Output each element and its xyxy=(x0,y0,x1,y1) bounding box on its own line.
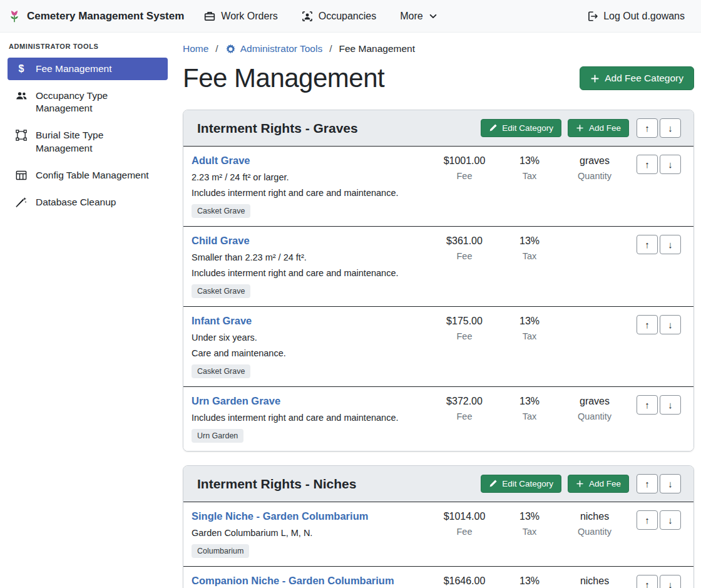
sidebar-item-config-table-management[interactable]: Config Table Management xyxy=(8,164,168,187)
fee-row: Single Niche - Garden Columbarium Garden… xyxy=(183,502,693,566)
fee-name-link[interactable]: Child Grave xyxy=(192,235,250,247)
fee-amount-col: $175.00 Fee xyxy=(432,314,497,378)
logout-button[interactable]: Log Out d.gowans xyxy=(586,11,685,22)
fee-amount: $1646.00 xyxy=(432,575,497,587)
fee-amount-label: Fee xyxy=(432,251,497,261)
move-fee-up-button[interactable]: ↑ xyxy=(637,235,658,254)
admin-tools-sidebar: Administrator Tools $ Fee Management Occ… xyxy=(0,33,175,588)
add-fee-category-button[interactable]: Add Fee Category xyxy=(580,66,694,90)
fee-amount: $1001.00 xyxy=(432,155,497,167)
fee-list: Adult Grave 2.23 m² / 24 ft² or larger.I… xyxy=(183,147,693,451)
fee-name-link[interactable]: Urn Garden Grave xyxy=(192,395,280,407)
sidebar-item-burial-site-type-management[interactable]: Burial Site Type Management xyxy=(8,124,168,159)
fee-amount-col: $1646.00 Fee xyxy=(432,574,497,588)
plus-icon xyxy=(590,74,600,83)
fee-tax-col: 13% Tax xyxy=(497,153,562,218)
work-orders-icon xyxy=(204,11,215,22)
nav-more[interactable]: More xyxy=(400,11,437,22)
gear-icon xyxy=(225,44,236,54)
edit-category-button[interactable]: Edit Category xyxy=(481,475,561,493)
fee-quantity-label: Quantity xyxy=(562,411,627,421)
add-fee-button[interactable]: Add Fee xyxy=(568,475,629,493)
fee-descriptions: Includes interment right and care and ma… xyxy=(192,413,427,423)
fee-name-link[interactable]: Adult Grave xyxy=(192,155,250,167)
primary-nav: Work Orders Occupancies More xyxy=(204,11,437,22)
nav-work-orders[interactable]: Work Orders xyxy=(204,11,277,22)
fee-name-link[interactable]: Single Niche - Garden Columbarium xyxy=(192,510,368,522)
nav-occupancies[interactable]: Occupancies xyxy=(302,11,377,22)
fee-tax-label: Tax xyxy=(497,331,562,341)
move-category-up-button[interactable]: ↑ xyxy=(637,474,658,493)
fee-amount-col: $1014.00 Fee xyxy=(432,509,497,558)
app-brand[interactable]: Cemetery Management System xyxy=(8,9,184,23)
main-content: Home / Administrator Tools / Fee Managem… xyxy=(175,33,701,588)
breadcrumb-current: Fee Management xyxy=(339,43,416,54)
sidebar-item-occupancy-type-management[interactable]: Occupancy Type Management xyxy=(8,85,168,120)
edit-category-label: Edit Category xyxy=(502,479,553,488)
fee-info: Infant Grave Under six years.Care and ma… xyxy=(192,314,432,378)
move-fee-down-button[interactable]: ↓ xyxy=(660,575,681,588)
move-category-down-button[interactable]: ↓ xyxy=(660,474,681,493)
fee-list: Single Niche - Garden Columbarium Garden… xyxy=(183,502,693,588)
fee-amount-col: $1001.00 Fee xyxy=(432,153,497,218)
fee-quantity-col: graves Quantity xyxy=(562,394,627,443)
move-fee-up-button[interactable]: ↑ xyxy=(637,575,658,588)
fee-tag: Casket Grave xyxy=(192,204,250,218)
move-category-down-button[interactable]: ↓ xyxy=(660,118,681,138)
move-fee-down-button[interactable]: ↓ xyxy=(660,510,681,530)
move-fee-down-button[interactable]: ↓ xyxy=(660,155,681,174)
fee-reorder-controls: ↑ ↓ xyxy=(627,314,681,378)
sidebar-item-label: Config Table Management xyxy=(36,169,149,182)
move-fee-up-button[interactable]: ↑ xyxy=(637,155,658,174)
category-reorder-controls: ↑ ↓ xyxy=(637,474,681,493)
sidebar-item-label: Occupancy Type Management xyxy=(36,90,161,115)
logout-label: Log Out d.gowans xyxy=(603,11,685,22)
fee-reorder-controls: ↑ ↓ xyxy=(627,153,681,218)
move-fee-down-button[interactable]: ↓ xyxy=(660,395,681,415)
category-title: Interment Rights - Graves xyxy=(197,121,474,136)
breadcrumb-admin-tools-link[interactable]: Administrator Tools xyxy=(225,43,323,54)
move-fee-up-button[interactable]: ↑ xyxy=(637,510,658,530)
fee-name-link[interactable]: Companion Niche - Garden Columbarium xyxy=(192,575,394,587)
fee-description: Under six years. xyxy=(192,333,427,343)
fee-tax-label: Tax xyxy=(497,411,562,421)
sidebar-item-label: Database Cleanup xyxy=(36,196,116,209)
occupancies-icon xyxy=(302,11,313,22)
fee-amount-label: Fee xyxy=(432,331,497,341)
sidebar-item-fee-management[interactable]: $ Fee Management xyxy=(8,58,168,80)
page-title: Fee Management xyxy=(183,63,384,93)
fee-info: Child Grave Smaller than 2.23 m² / 24 ft… xyxy=(192,234,432,298)
flower-logo-icon xyxy=(8,9,21,23)
move-fee-down-button[interactable]: ↓ xyxy=(660,315,681,334)
fee-amount-col: $372.00 Fee xyxy=(432,394,497,443)
edit-category-button[interactable]: Edit Category xyxy=(481,119,561,137)
sidebar-item-database-cleanup[interactable]: Database Cleanup xyxy=(8,191,168,214)
fee-description: Includes interment right and care and ma… xyxy=(192,188,427,198)
fee-tax: 13% xyxy=(497,155,562,167)
fee-tax-label: Tax xyxy=(497,527,562,537)
nav-occupancies-label: Occupancies xyxy=(319,11,377,22)
fee-name-link[interactable]: Infant Grave xyxy=(192,315,252,327)
fee-quantity: niches xyxy=(562,511,627,522)
move-fee-up-button[interactable]: ↑ xyxy=(637,315,658,334)
fee-quantity-label: Quantity xyxy=(562,527,627,537)
fee-descriptions: Smaller than 2.23 m² / 24 ft².Includes i… xyxy=(192,252,427,278)
fee-tax-col: 13% Tax xyxy=(497,234,562,298)
add-fee-button[interactable]: Add Fee xyxy=(568,119,629,137)
fee-info: Companion Niche - Garden Columbarium Gar… xyxy=(192,574,432,588)
table-icon xyxy=(14,170,28,181)
move-category-up-button[interactable]: ↑ xyxy=(637,118,658,138)
fee-amount-label: Fee xyxy=(432,527,497,537)
breadcrumb-home-link[interactable]: Home xyxy=(183,43,208,54)
fee-amount: $361.00 xyxy=(432,235,497,247)
fee-description: Care and maintenance. xyxy=(192,348,427,358)
fee-quantity: niches xyxy=(562,575,627,587)
fee-quantity: graves xyxy=(562,396,627,407)
move-fee-down-button[interactable]: ↓ xyxy=(660,235,681,254)
sidebar-item-label: Burial Site Type Management xyxy=(36,129,161,154)
move-fee-up-button[interactable]: ↑ xyxy=(637,395,658,415)
fee-tax-col: 13% Tax xyxy=(497,314,562,378)
pencil-icon xyxy=(489,124,497,132)
fee-quantity-col: niches Quantity xyxy=(562,509,627,558)
fee-description: 2.23 m² / 24 ft² or larger. xyxy=(192,172,427,182)
